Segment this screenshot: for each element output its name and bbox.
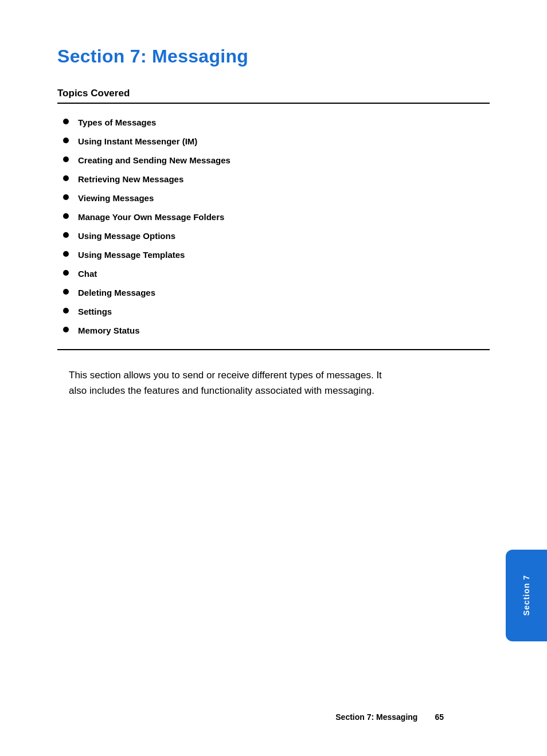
list-item-label: Settings	[78, 305, 112, 318]
bullet-icon	[63, 213, 69, 219]
list-item-label: Manage Your Own Message Folders	[78, 211, 224, 223]
list-item-label: Retrieving New Messages	[78, 173, 183, 185]
list-item-label: Using Message Templates	[78, 249, 185, 261]
list-item-using-message-options: Using Message Options	[63, 230, 490, 242]
bullet-icon	[63, 289, 69, 295]
list-item-manage-folders: Manage Your Own Message Folders	[63, 211, 490, 223]
bullet-icon	[63, 232, 69, 238]
list-item-label: Using Message Options	[78, 230, 175, 242]
bullet-icon	[63, 119, 69, 124]
list-item-chat: Chat	[63, 268, 490, 280]
bullet-icon	[63, 138, 69, 143]
list-item-label: Using Instant Messenger (IM)	[78, 135, 197, 147]
topics-list: Types of MessagesUsing Instant Messenger…	[63, 116, 490, 336]
list-item-viewing-messages: Viewing Messages	[63, 192, 490, 204]
divider-bottom	[57, 349, 490, 350]
side-tab-label: Section 7	[522, 575, 531, 616]
list-item-creating-sending: Creating and Sending New Messages	[63, 154, 490, 166]
list-item-label: Chat	[78, 268, 97, 280]
divider-top	[57, 103, 490, 104]
bullet-icon	[63, 270, 69, 276]
bullet-icon	[63, 308, 69, 314]
bullet-icon	[63, 194, 69, 200]
list-item-label: Deleting Messages	[78, 287, 155, 299]
footer-section-label: Section 7: Messaging	[335, 712, 417, 722]
list-item-label: Creating and Sending New Messages	[78, 154, 230, 166]
footer-bar: Section 7: Messaging 65	[57, 712, 547, 722]
list-item-label: Types of Messages	[78, 116, 156, 128]
footer-page-number: 65	[435, 712, 444, 722]
description-text: This section allows you to send or recei…	[69, 367, 401, 398]
list-item-deleting-messages: Deleting Messages	[63, 287, 490, 299]
list-item-settings: Settings	[63, 305, 490, 318]
list-item-retrieving-new-messages: Retrieving New Messages	[63, 173, 490, 185]
bullet-icon	[63, 251, 69, 257]
list-item-types-of-messages: Types of Messages	[63, 116, 490, 128]
list-item-memory-status: Memory Status	[63, 324, 490, 336]
topics-covered-header: Topics Covered	[57, 88, 490, 99]
list-item-label: Viewing Messages	[78, 192, 154, 204]
section-title: Section 7: Messaging	[57, 46, 490, 67]
list-item-using-instant-messenger: Using Instant Messenger (IM)	[63, 135, 490, 147]
bullet-icon	[63, 156, 69, 162]
side-tab: Section 7	[506, 550, 547, 641]
list-item-using-message-templates: Using Message Templates	[63, 249, 490, 261]
page-container: Section 7: Messaging Topics Covered Type…	[0, 0, 547, 756]
bullet-icon	[63, 327, 69, 332]
list-item-label: Memory Status	[78, 324, 140, 336]
bullet-icon	[63, 175, 69, 181]
